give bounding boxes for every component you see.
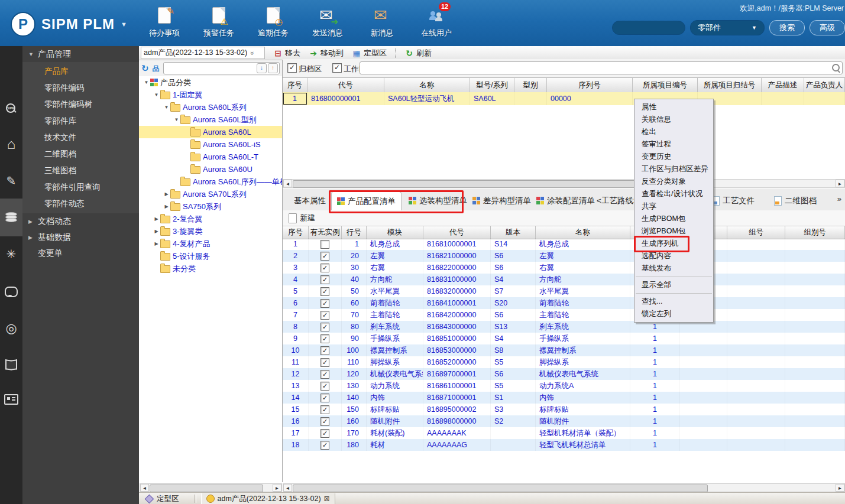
- instance-checkbox[interactable]: ✓: [320, 275, 329, 284]
- chevron-down-icon[interactable]: ▼: [121, 21, 127, 28]
- bom-cell[interactable]: 90: [342, 333, 367, 344]
- menu-item-签审过程[interactable]: 签审过程: [634, 138, 713, 151]
- bom-cell[interactable]: [785, 250, 845, 262]
- menu-item-生成PBOM包[interactable]: 生成PBOM包: [634, 213, 713, 225]
- bom-row[interactable]: 9✓90手操纵系816851000000S4手操纵系1: [283, 333, 845, 344]
- tree-search-input[interactable]: ↓ ↑: [163, 62, 280, 74]
- bom-cell[interactable]: 816832000000: [423, 285, 491, 297]
- work-zone-checkbox[interactable]: ✓: [332, 63, 342, 73]
- column-header-代号[interactable]: 代号: [423, 226, 491, 239]
- tree-node-5-设计服务[interactable]: 5-设计服务: [139, 250, 282, 262]
- tab-基本属性[interactable]: 基本属性: [289, 191, 331, 210]
- bom-cell[interactable]: 襟翼控制系: [367, 344, 423, 356]
- sipm-search-icon[interactable]: SIPM: [0, 97, 22, 121]
- global-search-input[interactable]: [612, 21, 685, 35]
- bom-cell[interactable]: [680, 392, 727, 404]
- bom-cell[interactable]: 18: [283, 439, 309, 451]
- bom-cell[interactable]: 手操纵系: [367, 333, 423, 344]
- bom-cell[interactable]: 5: [283, 285, 309, 297]
- bom-cell[interactable]: ✓: [309, 262, 342, 274]
- tab-overflow-icon[interactable]: »: [837, 194, 841, 203]
- column-header-组号[interactable]: 组号: [727, 226, 785, 239]
- bom-cell[interactable]: 50: [342, 285, 367, 297]
- bom-cell[interactable]: 130: [342, 380, 367, 392]
- bom-cell[interactable]: [727, 285, 785, 297]
- bom-cell[interactable]: [785, 356, 845, 368]
- bom-row[interactable]: 16✓160随机附件816898000000S2随机附件1: [283, 415, 845, 427]
- bom-cell[interactable]: 右翼: [367, 262, 423, 274]
- bom-cell[interactable]: 1: [283, 238, 309, 250]
- chevron-down-icon[interactable]: ▼: [143, 80, 150, 85]
- bom-cell[interactable]: [680, 333, 727, 344]
- bom-cell[interactable]: [680, 404, 727, 415]
- column-header-代号[interactable]: 代号: [307, 78, 384, 93]
- chevron-right-icon[interactable]: ▶: [163, 204, 170, 209]
- tab-二维图档[interactable]: 二维图档: [769, 191, 822, 210]
- bom-cell[interactable]: 8: [283, 321, 309, 333]
- bom-cell[interactable]: 7: [283, 309, 309, 321]
- column-header-序列号[interactable]: 序列号: [547, 78, 633, 93]
- bom-cell[interactable]: [680, 415, 727, 427]
- bom-row[interactable]: 2✓20左翼816821000000S6左翼: [283, 250, 845, 262]
- tree-node-Aurora SA60L型别[interactable]: ▼Aurora SA60L型别: [139, 113, 282, 126]
- bom-cell[interactable]: [727, 439, 785, 451]
- bom-cell[interactable]: 1: [342, 238, 367, 250]
- product-cell[interactable]: 00000: [547, 92, 633, 105]
- menu-item-选配内容[interactable]: 选配内容: [634, 250, 713, 262]
- instance-checkbox[interactable]: ✓: [320, 346, 329, 355]
- loading-icon[interactable]: ✳: [0, 242, 22, 266]
- tab-差异构型清单[interactable]: 差异构型清单: [467, 191, 536, 210]
- bom-row[interactable]: 14✓140内饰816871000001S1内饰1: [283, 392, 845, 404]
- tree-node-Aurora SA60L[interactable]: Aurora SA60L: [139, 126, 282, 138]
- bom-cell[interactable]: S20: [491, 297, 536, 309]
- bom-cell[interactable]: ✓: [309, 415, 342, 427]
- instance-checkbox[interactable]: ✓: [320, 323, 329, 331]
- bom-cell[interactable]: [785, 404, 845, 415]
- bom-cell[interactable]: 80: [342, 321, 367, 333]
- bom-cell[interactable]: 机械仪表电气系统: [536, 368, 630, 380]
- bom-cell[interactable]: 方向舵: [536, 274, 630, 285]
- tree-node-Aurora SA60U[interactable]: Aurora SA60U: [139, 163, 282, 175]
- bom-cell[interactable]: 前着陆轮: [536, 297, 630, 309]
- bom-row[interactable]: 8✓80刹车系统816843000000S13刹车系统1: [283, 321, 845, 333]
- bom-cell[interactable]: 随机附件: [367, 415, 423, 427]
- bom-cell[interactable]: S6: [491, 368, 536, 380]
- chat-icon[interactable]: [0, 280, 22, 304]
- bom-cell[interactable]: 6: [283, 297, 309, 309]
- bom-cell[interactable]: 耗材(装配): [367, 427, 423, 439]
- remove-doc-button[interactable]: ⊟移去: [273, 48, 300, 58]
- sidebar-section-文档动态[interactable]: ▶文档动态: [22, 213, 139, 229]
- instance-checkbox[interactable]: ✓: [320, 382, 329, 391]
- bom-cell[interactable]: 70: [342, 309, 367, 321]
- bom-cell[interactable]: ✓: [309, 380, 342, 392]
- refresh-button[interactable]: ↻刷新: [404, 48, 432, 58]
- bom-cell[interactable]: 机身总成: [367, 238, 423, 250]
- sidebar-item-产品库[interactable]: 产品库: [22, 63, 139, 80]
- column-header-名称[interactable]: 名称: [536, 226, 630, 239]
- bom-cell[interactable]: 816861000001: [423, 380, 491, 392]
- bom-cell[interactable]: 1: [630, 427, 680, 439]
- bom-row[interactable]: 13✓130动力系统816861000001S5动力系统A1: [283, 380, 845, 392]
- bom-cell[interactable]: 机械仪表电气系统: [367, 368, 423, 380]
- home-icon[interactable]: ⌂: [0, 132, 22, 156]
- column-header-模块[interactable]: 模块: [367, 226, 423, 239]
- menu-item-查看检出/设计状况[interactable]: 查看检出/设计状况: [634, 188, 713, 200]
- bom-cell[interactable]: 1: [630, 321, 680, 333]
- bom-cell[interactable]: ✓: [309, 333, 342, 344]
- tree-node-4-复材产品[interactable]: ▶4-复材产品: [139, 238, 282, 250]
- menu-item-生成序列机[interactable]: 生成序列机: [634, 238, 713, 250]
- database-icon[interactable]: [0, 206, 22, 229]
- send-message-button[interactable]: ✉➔发送消息: [308, 6, 347, 38]
- bom-cell[interactable]: 13: [283, 380, 309, 392]
- bom-cell[interactable]: [785, 274, 845, 285]
- instance-checkbox[interactable]: ✓: [320, 405, 329, 414]
- bom-row[interactable]: 17✓170耗材(装配)AAAAAAAK轻型机耗材清单（装配）1: [283, 427, 845, 439]
- product-cell[interactable]: [804, 92, 845, 105]
- bom-cell[interactable]: S6: [491, 250, 536, 262]
- bom-cell[interactable]: ✓: [309, 344, 342, 356]
- bom-cell[interactable]: 15: [283, 404, 309, 415]
- tree-node-产品分类[interactable]: ▼产品分类: [139, 76, 282, 89]
- bom-cell[interactable]: 内饰: [367, 392, 423, 404]
- product-cell[interactable]: SA60L: [470, 92, 514, 105]
- bom-cell[interactable]: 30: [342, 262, 367, 274]
